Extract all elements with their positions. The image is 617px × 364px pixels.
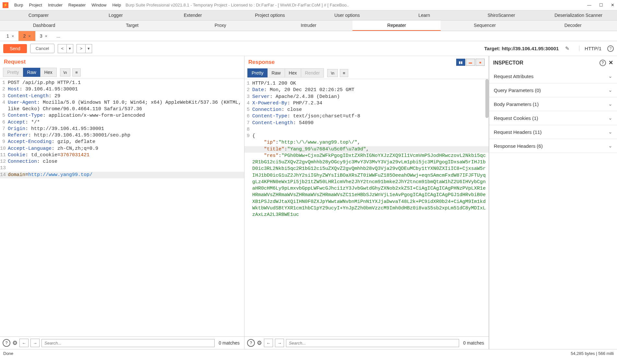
tab-proxy[interactable]: Proxy	[176, 20, 265, 31]
extension-tabs: Comparer Logger Extender Project options…	[0, 10, 617, 20]
tab-target[interactable]: Target	[88, 20, 176, 31]
inspector-query-parameters[interactable]: Query Parameters (0)⌄	[489, 83, 617, 97]
request-options-icon[interactable]: ≡	[72, 68, 81, 76]
tab-deserialization[interactable]: Deserialization Scanner	[540, 10, 617, 20]
response-panel: Response ▮▮ ▬ ■ Pretty Raw Hex Render \n…	[244, 56, 489, 349]
layout-split-icon[interactable]: ▮▮	[456, 59, 465, 66]
help-icon[interactable]: ?	[3, 339, 10, 347]
tab-intruder[interactable]: Intruder	[265, 20, 353, 31]
history-forward-dropdown[interactable]: ▾	[86, 44, 92, 53]
search-prev-button[interactable]: ←	[264, 339, 273, 347]
response-viewer[interactable]: 1HTTP/1.1 200 OK2Date: Mon, 20 Dec 2021 …	[244, 79, 489, 336]
gear-icon[interactable]: ⚙	[257, 339, 262, 346]
status-left: Done	[3, 351, 13, 356]
menu-project[interactable]: Project	[29, 3, 42, 7]
search-prev-button[interactable]: ←	[19, 339, 29, 347]
request-tab-raw[interactable]: Raw	[23, 68, 41, 77]
inspector-response-headers[interactable]: Response Headers (6)⌄	[489, 139, 617, 153]
tab-repeater[interactable]: Repeater	[352, 20, 441, 31]
request-searchbar: ? ⚙ ← → 0 matches	[0, 336, 244, 349]
maximize-icon[interactable]: ☐	[599, 3, 603, 7]
response-tab-pretty[interactable]: Pretty	[247, 68, 268, 77]
inspector-body-parameters[interactable]: Body Parameters (1)⌄	[489, 97, 617, 111]
primary-tabs: Dashboard Target Proxy Intruder Repeater…	[0, 20, 617, 31]
tab-user-options[interactable]: User options	[309, 10, 386, 20]
request-editor[interactable]: 1POST /api/ip.php HTTP/1.12Host: 39.106.…	[0, 78, 244, 336]
scrollbar-thumb[interactable]	[485, 79, 489, 118]
request-search-input[interactable]	[42, 339, 215, 347]
response-match-count: 0 matches	[461, 340, 486, 346]
tab-decoder[interactable]: Decoder	[529, 20, 617, 31]
menu-repeater[interactable]: Repeater	[68, 3, 86, 7]
tab-project-options[interactable]: Project options	[231, 10, 309, 20]
send-button[interactable]: Send	[3, 44, 27, 53]
tab-learn[interactable]: Learn	[386, 10, 463, 20]
response-options-icon[interactable]: ≡	[340, 69, 348, 77]
tab-sequencer[interactable]: Sequencer	[441, 20, 529, 31]
titlebar: ⚡ Burp Project Intruder Repeater Window …	[0, 0, 617, 10]
tab-dashboard[interactable]: Dashboard	[0, 20, 88, 31]
app-logo: ⚡	[3, 2, 8, 8]
help-icon[interactable]: ?	[599, 60, 606, 66]
tab-shiroscanner[interactable]: ShiroScanner	[463, 10, 540, 20]
main-area: Request Pretty Raw Hex \n ≡ 1POST /api/i…	[0, 56, 617, 349]
tab-extender[interactable]: Extender	[154, 10, 231, 20]
subtab-2[interactable]: 2×	[18, 31, 35, 41]
chevron-down-icon: ⌄	[608, 115, 612, 121]
close-icon[interactable]: ×	[45, 34, 48, 39]
inspector-close-icon[interactable]: ✕	[609, 59, 613, 66]
response-searchbar: ? ⚙ ← → 0 matches	[244, 336, 489, 349]
inspector-request-cookies[interactable]: Request Cookies (1)⌄	[489, 111, 617, 125]
newline-toggle[interactable]: \n	[327, 69, 338, 77]
menu-window[interactable]: Window	[91, 3, 106, 7]
request-tab-hex[interactable]: Hex	[40, 68, 57, 77]
menubar: Burp Project Intruder Repeater Window He…	[14, 3, 121, 7]
history-forward-button[interactable]: >	[77, 44, 86, 53]
gear-icon[interactable]: ⚙	[12, 339, 18, 346]
request-view-tabs: Pretty Raw Hex \n ≡	[0, 66, 244, 78]
response-view-tabs: Pretty Raw Hex Render \n ≡	[244, 67, 489, 79]
repeater-subtabs: 1× 2× 3× ...	[0, 31, 617, 41]
chevron-down-icon: ⌄	[608, 101, 612, 107]
cancel-button[interactable]: Cancel	[30, 44, 55, 53]
history-back-button[interactable]: <	[58, 44, 67, 53]
response-tab-raw[interactable]: Raw	[267, 68, 285, 77]
menu-intruder[interactable]: Intruder	[48, 3, 63, 7]
inspector-request-attributes[interactable]: Request Attributes⌄	[489, 69, 617, 83]
window-title: Burp Suite Professional v2021.8.1 - Temp…	[125, 3, 584, 7]
close-icon[interactable]: ×	[28, 34, 31, 39]
response-tab-render[interactable]: Render	[301, 68, 324, 77]
close-icon[interactable]: ✕	[611, 3, 614, 7]
response-title: Response	[248, 59, 275, 65]
subtab-1[interactable]: 1×	[2, 31, 18, 41]
close-icon[interactable]: ×	[12, 34, 14, 39]
edit-target-icon[interactable]: ✎	[565, 45, 569, 52]
chevron-down-icon: ⌄	[608, 87, 612, 93]
repeater-toolbar: Send Cancel < ▾ > ▾ Target: http://39.10…	[0, 41, 617, 56]
tab-logger[interactable]: Logger	[77, 10, 154, 20]
minimize-icon[interactable]: —	[587, 3, 591, 7]
help-icon[interactable]: ?	[247, 339, 255, 347]
history-back-dropdown[interactable]: ▾	[67, 44, 73, 53]
response-tab-hex[interactable]: Hex	[285, 68, 301, 77]
layout-horizontal-icon[interactable]: ▬	[466, 59, 475, 66]
request-tab-pretty[interactable]: Pretty	[3, 68, 23, 77]
inspector-request-headers[interactable]: Request Headers (11)⌄	[489, 125, 617, 139]
menu-help[interactable]: Help	[112, 3, 121, 7]
help-icon[interactable]: ?	[607, 45, 614, 52]
http-version-label[interactable]: HTTP/1	[579, 46, 601, 51]
request-panel: Request Pretty Raw Hex \n ≡ 1POST /api/i…	[0, 56, 244, 349]
request-match-count: 0 matches	[217, 340, 242, 346]
status-right: 54,285 bytes | 566 milli	[571, 351, 614, 356]
search-next-button[interactable]: →	[275, 339, 284, 347]
subtab-new[interactable]: ...	[52, 31, 65, 41]
chevron-down-icon: ⌄	[608, 129, 612, 135]
menu-burp[interactable]: Burp	[14, 3, 23, 7]
layout-single-icon[interactable]: ■	[476, 59, 485, 66]
response-search-input[interactable]	[286, 339, 459, 347]
target-label: Target: http://39.106.41.95:30001	[484, 46, 559, 51]
newline-toggle[interactable]: \n	[60, 68, 71, 76]
subtab-3[interactable]: 3×	[35, 31, 52, 41]
search-next-button[interactable]: →	[30, 339, 40, 347]
tab-comparer[interactable]: Comparer	[0, 10, 77, 20]
